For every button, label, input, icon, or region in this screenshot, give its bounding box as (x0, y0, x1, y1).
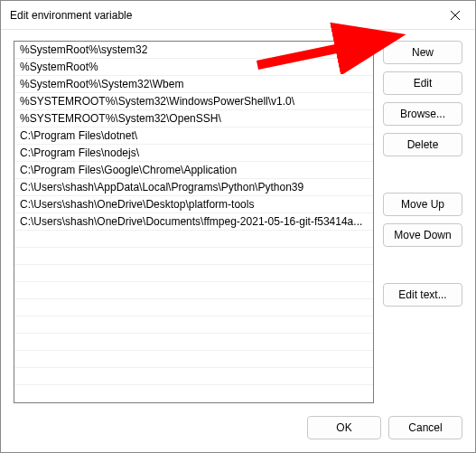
delete-button[interactable]: Delete (383, 133, 462, 156)
list-item-empty[interactable]: . (14, 282, 373, 299)
list-item[interactable]: %SYSTEMROOT%\System32\OpenSSH\ (14, 110, 373, 127)
list-item-empty[interactable]: . (14, 248, 373, 265)
move-up-button[interactable]: Move Up (383, 193, 462, 216)
side-button-column: New Edit Browse... Delete Move Up Move D… (383, 41, 462, 403)
button-gap (383, 254, 462, 276)
main-row: %SystemRoot%\system32 %SystemRoot% %Syst… (14, 41, 462, 403)
list-item[interactable]: %SYSTEMROOT%\System32\WindowsPowerShell\… (14, 93, 373, 110)
ok-button[interactable]: OK (307, 416, 381, 439)
edit-button[interactable]: Edit (383, 71, 462, 95)
list-item[interactable]: C:\Users\shash\OneDrive\Desktop\platform… (14, 196, 373, 213)
button-gap (383, 164, 462, 185)
list-item[interactable]: C:\Program Files\dotnet\ (14, 127, 373, 145)
list-item-empty[interactable]: . (14, 265, 373, 282)
list-item[interactable]: %SystemRoot%\System32\Wbem (14, 76, 373, 93)
list-item-empty[interactable]: . (14, 299, 373, 316)
list-item-empty[interactable]: . (14, 231, 373, 248)
dialog-window: Edit environment variable %SystemRoot%\s… (0, 0, 476, 453)
close-button[interactable] (434, 2, 475, 29)
list-item-empty[interactable]: . (14, 351, 373, 368)
list-item-empty[interactable]: . (14, 316, 373, 334)
dialog-footer: OK Cancel (14, 403, 462, 439)
window-title: Edit environment variable (10, 9, 132, 22)
cancel-button[interactable]: Cancel (388, 416, 462, 439)
list-item[interactable]: %SystemRoot%\system32 (14, 42, 373, 59)
titlebar: Edit environment variable (1, 1, 475, 30)
list-item[interactable]: %SystemRoot% (14, 59, 373, 76)
close-icon (451, 11, 460, 20)
list-item[interactable]: C:\Users\shash\AppData\Local\Programs\Py… (14, 179, 373, 196)
browse-button[interactable]: Browse... (383, 102, 462, 126)
list-item-empty[interactable]: . (14, 334, 373, 351)
list-item[interactable]: C:\Users\shash\OneDrive\Documents\ffmpeg… (14, 213, 373, 231)
list-item-empty[interactable]: . (14, 368, 373, 385)
move-down-button[interactable]: Move Down (383, 223, 462, 247)
list-item[interactable]: C:\Program Files\nodejs\ (14, 145, 373, 162)
list-inner: %SystemRoot%\system32 %SystemRoot% %Syst… (14, 42, 373, 385)
dialog-body: %SystemRoot%\system32 %SystemRoot% %Syst… (1, 30, 475, 452)
new-button[interactable]: New (383, 41, 462, 64)
path-listbox[interactable]: %SystemRoot%\system32 %SystemRoot% %Syst… (14, 41, 374, 403)
list-item[interactable]: C:\Program Files\Google\Chrome\Applicati… (14, 162, 373, 179)
edit-text-button[interactable]: Edit text... (383, 283, 462, 307)
